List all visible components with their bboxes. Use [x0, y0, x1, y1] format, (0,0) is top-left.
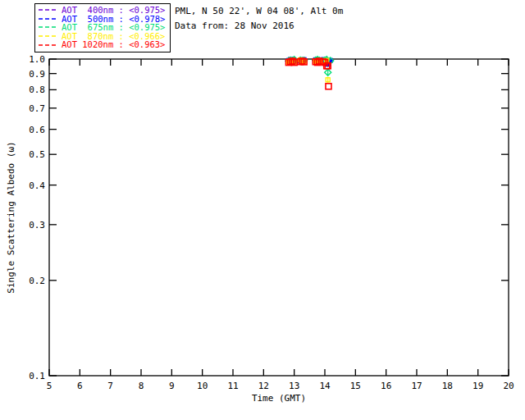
y-tick-label: 0.4: [29, 180, 45, 191]
x-tick-label: 19: [472, 381, 483, 391]
x-tick-label: 17: [411, 381, 422, 391]
x-tick-label: 6: [77, 381, 83, 391]
y-tick-label: 0.9: [29, 69, 45, 80]
y-tick-label: 1.0: [29, 54, 45, 65]
y-tick-label: 0.7: [29, 103, 45, 114]
y-axis: 1.00.90.80.70.60.50.40.30.20.1Single Sca…: [6, 54, 509, 381]
x-tick-label: 9: [169, 381, 175, 391]
x-tick-label: 5: [47, 381, 52, 391]
x-tick-label: 12: [258, 381, 269, 391]
x-tick-label: 15: [350, 381, 361, 391]
y-tick-label: 0.5: [29, 149, 45, 160]
y-tick-label: 0.1: [29, 371, 45, 381]
ssa-scatter-plot: 567891011121314151617181920Time (GMT)1.0…: [0, 0, 525, 420]
y-tick-label: 0.3: [29, 220, 45, 231]
x-axis: 567891011121314151617181920Time (GMT): [47, 59, 514, 404]
x-tick-label: 20: [503, 381, 514, 391]
x-tick-label: 18: [442, 381, 453, 391]
x-tick-label: 13: [289, 381, 299, 391]
x-tick-label: 14: [319, 381, 331, 391]
x-tick-label: 11: [227, 381, 238, 391]
x-tick-label: 10: [197, 381, 208, 391]
plot-frame: [49, 59, 509, 376]
y-axis-title: Single Scattering Albedo (ω): [6, 141, 16, 293]
y-tick-label: 0.2: [29, 276, 45, 286]
y-tick-label: 0.6: [29, 125, 45, 135]
y-tick-label: 0.8: [29, 84, 45, 95]
x-axis-title: Time (GMT): [252, 393, 306, 404]
x-tick-label: 8: [139, 381, 144, 391]
x-tick-label: 16: [381, 381, 391, 391]
x-tick-label: 7: [107, 381, 113, 391]
